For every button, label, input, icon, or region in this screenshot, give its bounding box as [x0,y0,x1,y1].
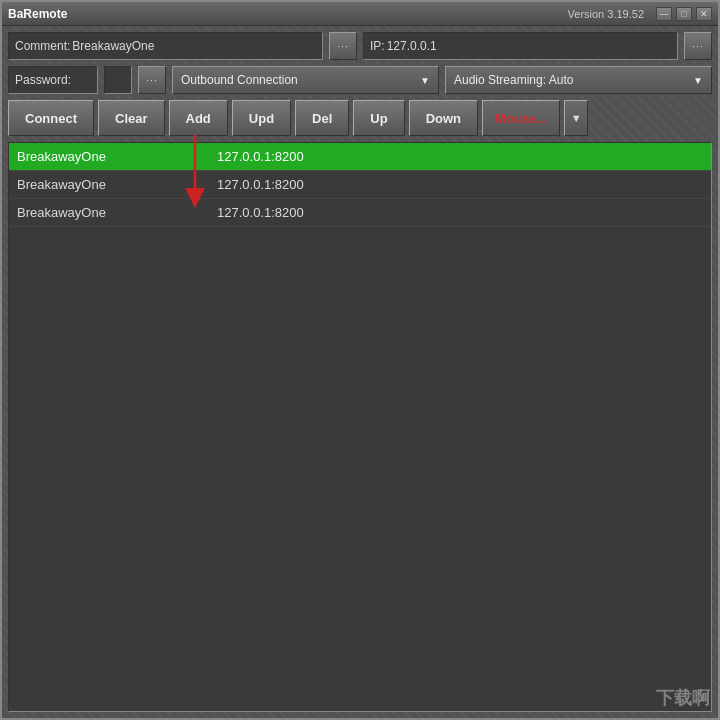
list-item-name: BreakawayOne [17,149,217,164]
up-button[interactable]: Up [353,100,404,136]
list-item[interactable]: BreakawayOne 127.0.0.1:8200 [9,171,711,199]
ip-value: 127.0.0.1 [387,39,437,53]
connection-dropdown-arrow: ▼ [420,75,430,86]
down-button[interactable]: Down [409,100,478,136]
audio-streaming-label: Audio Streaming: Auto [454,73,573,87]
connection-list[interactable]: BreakawayOne 127.0.0.1:8200 BreakawayOne… [8,142,712,712]
watermark: 下载啊 [656,686,710,710]
comment-label: Comment: [15,39,70,53]
connection-type-label: Outbound Connection [181,73,298,87]
title-bar: BaRemote Version 3.19.52 — □ ✕ [2,2,718,26]
ip-field: IP: 127.0.0.1 [363,32,678,60]
list-item-address: 127.0.0.1:8200 [217,205,304,220]
maximize-button[interactable]: □ [676,7,692,21]
list-item[interactable]: BreakawayOne 127.0.0.1:8200 [9,143,711,171]
list-item[interactable]: BreakawayOne 127.0.0.1:8200 [9,199,711,227]
comment-dots-button[interactable]: ··· [329,32,357,60]
add-button[interactable]: Add [169,100,228,136]
list-item-address: 127.0.0.1:8200 [217,177,304,192]
password-label-box: Password: [8,66,98,94]
main-window: BaRemote Version 3.19.52 — □ ✕ Comment: … [0,0,720,720]
close-button[interactable]: ✕ [696,7,712,21]
upd-button[interactable]: Upd [232,100,291,136]
password-label: Password: [15,73,71,87]
app-title: BaRemote [8,7,67,21]
clear-button[interactable]: Clear [98,100,165,136]
audio-streaming-dropdown[interactable]: Audio Streaming: Auto ▼ [445,66,712,94]
mouse-dropdown-button[interactable]: ▼ [564,100,588,136]
ip-label: IP: [370,39,385,53]
toolbar-container: Connect Clear Add Upd Del Up Down Mouse.… [8,100,712,136]
password-connection-row: Password: ··· Outbound Connection ▼ Audi… [8,66,712,94]
audio-dropdown-arrow: ▼ [693,75,703,86]
connection-type-dropdown[interactable]: Outbound Connection ▼ [172,66,439,94]
list-item-name: BreakawayOne [17,177,217,192]
version-label: Version 3.19.52 [568,8,644,20]
content-area: Comment: BreakawayOne ··· IP: 127.0.0.1 … [2,26,718,718]
title-bar-controls: Version 3.19.52 — □ ✕ [568,7,712,21]
mouse-button[interactable]: Mouse... [482,100,560,136]
comment-value: BreakawayOne [72,39,154,53]
toolbar-row: Connect Clear Add Upd Del Up Down Mouse.… [8,100,712,136]
comment-field: Comment: BreakawayOne [8,32,323,60]
comment-ip-row: Comment: BreakawayOne ··· IP: 127.0.0.1 … [8,32,712,60]
connect-button[interactable]: Connect [8,100,94,136]
list-item-name: BreakawayOne [17,205,217,220]
del-button[interactable]: Del [295,100,349,136]
ip-dots-button[interactable]: ··· [684,32,712,60]
list-item-address: 127.0.0.1:8200 [217,149,304,164]
password-input[interactable] [104,66,132,94]
minimize-button[interactable]: — [656,7,672,21]
password-dots-button[interactable]: ··· [138,66,166,94]
